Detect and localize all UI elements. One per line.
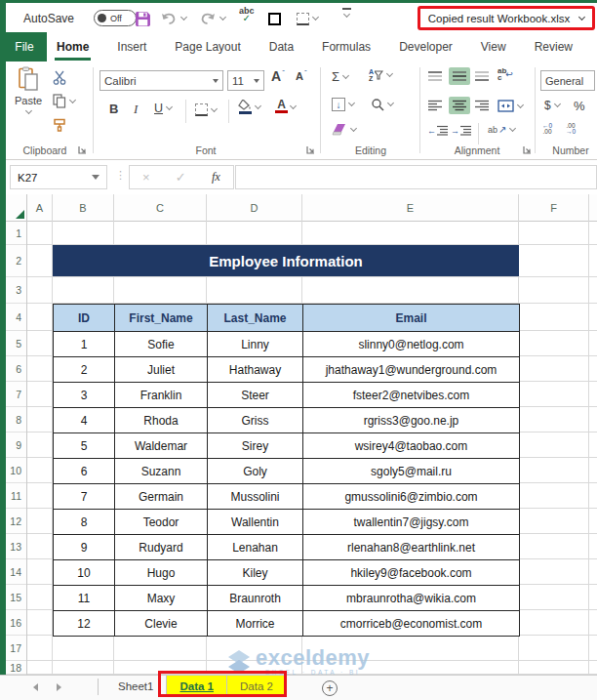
next-sheet-icon[interactable] [57, 683, 61, 691]
increase-indent-icon[interactable]: → [451, 125, 471, 136]
find-select-icon[interactable] [371, 98, 393, 111]
decrease-indent-icon[interactable]: ← [427, 125, 448, 136]
underline-button[interactable]: U [154, 102, 172, 115]
table-cell[interactable]: Germain [115, 484, 208, 510]
row-number-2[interactable]: 2 [6, 245, 26, 277]
sheet-tab-data-1[interactable]: Data 1 [167, 676, 227, 697]
row-number-8[interactable]: 8 [6, 407, 26, 432]
name-box-dropdown-icon[interactable] [92, 175, 100, 180]
copy-icon[interactable] [53, 94, 75, 108]
ribbon-tab-review[interactable]: Review [533, 32, 575, 62]
table-cell[interactable]: Rhoda [115, 408, 208, 433]
row-number-11[interactable]: 11 [6, 483, 26, 509]
font-size-combo[interactable]: 11 [227, 70, 264, 91]
table-header-cell[interactable]: ID [54, 305, 115, 332]
table-cell[interactable]: Maxy [115, 586, 208, 611]
row-number-14[interactable]: 14 [6, 559, 26, 585]
percent-format-icon[interactable]: % [574, 99, 585, 113]
ribbon-tab-formulas[interactable]: Formulas [320, 32, 373, 62]
clipboard-dialog-launcher-icon[interactable] [78, 145, 87, 154]
table-cell[interactable]: slinny0@netlog.com [303, 332, 520, 357]
font-name-combo[interactable]: Calibri [100, 70, 223, 91]
ribbon-tab-page-layout[interactable]: Page Layout [173, 32, 242, 62]
font-dialog-launcher-icon[interactable] [306, 145, 315, 154]
table-cell[interactable]: rlenahan8@earthlink.net [303, 535, 520, 560]
orientation-icon[interactable]: ab ↗ [488, 124, 515, 135]
row-number-16[interactable]: 16 [6, 610, 26, 636]
table-cell[interactable]: twallentin7@jigsy.com [303, 510, 520, 535]
row-number-12[interactable]: 12 [6, 509, 26, 534]
save-icon[interactable] [135, 8, 151, 29]
align-center-icon[interactable] [449, 97, 470, 114]
column-header-b[interactable]: B [53, 194, 114, 222]
wrap-text-icon[interactable]: abc ↩ [498, 67, 513, 81]
table-cell[interactable]: 8 [54, 510, 115, 535]
table-cell[interactable]: Mussolini [208, 484, 303, 510]
borders-icon[interactable] [297, 8, 318, 29]
table-cell[interactable]: 1 [54, 332, 115, 357]
ribbon-tab-insert[interactable]: Insert [115, 32, 148, 62]
increase-font-icon[interactable]: Aˆ [271, 71, 285, 81]
table-cell[interactable]: mbraunrotha@wikia.com [303, 586, 520, 611]
prev-sheet-icon[interactable] [33, 683, 38, 691]
sort-filter-icon[interactable]: AZ [369, 68, 392, 82]
new-sheet-button[interactable]: + [322, 680, 338, 696]
cancel-icon[interactable]: × [142, 170, 150, 185]
column-header-a[interactable]: A [27, 194, 53, 222]
row-number-10[interactable]: 10 [6, 458, 26, 483]
enter-icon[interactable]: ✓ [176, 170, 186, 185]
alignment-dialog-launcher-icon[interactable] [523, 145, 532, 154]
table-cell[interactable]: 11 [54, 586, 115, 611]
redo-chevron-icon[interactable] [219, 14, 226, 21]
insert-function-icon[interactable]: fx [212, 170, 220, 185]
table-cell[interactable]: Steer [208, 383, 303, 408]
undo-chevron-icon[interactable] [180, 14, 187, 21]
row-number-5[interactable]: 5 [6, 331, 26, 356]
table-header-cell[interactable]: First_Name [115, 305, 208, 332]
table-cell[interactable]: Sirey [208, 433, 303, 459]
row-number-17[interactable]: 17 [6, 636, 26, 661]
row-number-3[interactable]: 3 [6, 277, 26, 304]
sheet-tab-data-2[interactable]: Data 2 [227, 676, 287, 697]
table-cell[interactable]: Hugo [115, 560, 208, 586]
table-cell[interactable]: 9 [54, 535, 115, 560]
redo-icon[interactable] [199, 8, 225, 29]
row-number-1[interactable]: 1 [6, 222, 26, 245]
align-left-icon[interactable] [427, 100, 443, 111]
table-cell[interactable]: Lenahan [208, 535, 303, 560]
decrease-font-icon[interactable]: Aˇ [296, 71, 307, 81]
column-header-f[interactable]: F [519, 194, 589, 222]
ribbon-tab-view[interactable]: View [479, 32, 508, 62]
clear-icon[interactable] [332, 123, 356, 136]
currency-format-icon[interactable]: $ [544, 99, 560, 112]
autosum-icon[interactable]: Σ [332, 69, 348, 84]
table-cell[interactable]: jhathaway1@wunderground.com [303, 357, 520, 383]
table-cell[interactable]: Hathaway [208, 357, 303, 383]
table-cell[interactable]: Sofie [115, 332, 208, 357]
select-all-button[interactable] [6, 194, 27, 222]
cell-borders-icon[interactable] [195, 103, 217, 116]
row-number-6[interactable]: 6 [6, 356, 26, 382]
table-cell[interactable]: Linny [208, 332, 303, 357]
ribbon-tab-developer[interactable]: Developer [397, 32, 455, 62]
table-cell[interactable]: Juliet [115, 357, 208, 383]
table-cell[interactable]: Franklin [115, 383, 208, 408]
table-cell[interactable]: Kiley [208, 560, 303, 586]
table-cell[interactable]: Wallentin [208, 510, 303, 535]
decrease-decimal-icon[interactable]: .00→0 [566, 123, 576, 135]
row-number-7[interactable]: 7 [6, 382, 26, 407]
ribbon-tab-home[interactable]: Home [55, 32, 91, 62]
thick-border-icon[interactable] [268, 8, 281, 29]
cut-icon[interactable] [53, 70, 67, 85]
column-header-e[interactable]: E [302, 194, 519, 222]
align-top-icon[interactable] [427, 70, 443, 82]
table-header-cell[interactable]: Last_Name [208, 305, 303, 332]
table-cell[interactable]: hkiley9@facebook.com [303, 560, 520, 586]
table-cell[interactable]: Rudyard [115, 535, 208, 560]
paste-button[interactable]: Paste [10, 66, 47, 141]
table-cell[interactable]: 12 [54, 611, 115, 637]
row-number-18[interactable]: 18 [6, 661, 26, 675]
table-cell[interactable]: cmorriceb@economist.com [303, 611, 520, 637]
table-cell[interactable]: 5 [54, 433, 115, 459]
table-cell[interactable]: rgriss3@goo.ne.jp [303, 408, 520, 433]
